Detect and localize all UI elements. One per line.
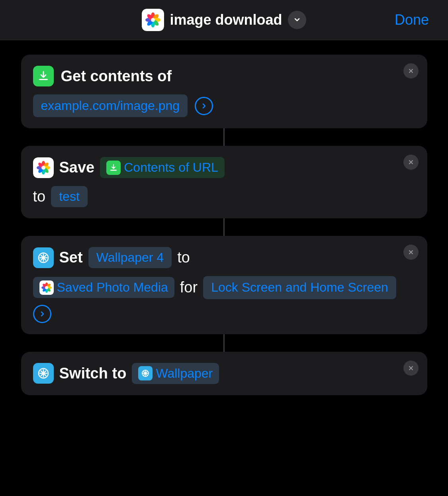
- download-action-icon: [33, 66, 54, 86]
- save-label: Save: [59, 159, 95, 176]
- lock-screen-text: Lock Screen and Home Screen: [211, 280, 388, 294]
- get-contents-card: Get contents of example.com/image.png: [21, 55, 427, 128]
- url-expand-button[interactable]: [195, 97, 213, 115]
- svg-point-23: [42, 257, 45, 259]
- card3-close-button[interactable]: [403, 245, 419, 260]
- card1-row2: example.com/image.png: [33, 94, 415, 117]
- card1-close-button[interactable]: [403, 63, 419, 78]
- svg-point-20: [41, 166, 45, 170]
- wallpaper-number-pill[interactable]: Wallpaper 4: [88, 247, 172, 268]
- photos-save-icon: [33, 157, 54, 178]
- svg-point-35: [42, 372, 45, 374]
- set-wallpaper-card: Set Wallpaper 4 to: [21, 236, 427, 334]
- photos-app-icon: [142, 9, 164, 31]
- dropdown-button[interactable]: [288, 11, 306, 29]
- inline-download-icon: [106, 161, 121, 175]
- switch-label: Switch to: [59, 365, 127, 382]
- header-center: image download: [142, 9, 306, 31]
- wallpaper-expand-button[interactable]: [33, 305, 51, 323]
- switch-wallpaper-card: Switch to Wallpaper: [21, 352, 427, 395]
- header: image download Done: [0, 0, 448, 40]
- card4-close-button[interactable]: [403, 361, 419, 376]
- card1-row1: Get contents of: [33, 66, 415, 86]
- saved-photo-text: Saved Photo Media: [57, 280, 168, 295]
- connector-3: [223, 334, 225, 352]
- url-pill[interactable]: example.com/image.png: [33, 94, 188, 117]
- lock-screen-pill[interactable]: Lock Screen and Home Screen: [203, 276, 396, 299]
- wallpaper-pill[interactable]: Wallpaper: [132, 363, 219, 384]
- contents-pill-text: Contents of URL: [124, 160, 218, 175]
- inline-wallpaper-icon: [138, 366, 153, 380]
- svg-point-33: [45, 286, 48, 289]
- header-title: image download: [170, 12, 282, 28]
- connector-1: [223, 128, 225, 146]
- card4-row: Switch to Wallpaper: [33, 363, 415, 384]
- card2-close-button[interactable]: [403, 155, 419, 170]
- contents-pill[interactable]: Contents of URL: [100, 157, 225, 178]
- to-label-2: to: [177, 249, 190, 266]
- main-content: Get contents of example.com/image.png: [0, 40, 448, 410]
- svg-rect-21: [110, 170, 117, 171]
- connector-2: [223, 218, 225, 236]
- set-label: Set: [59, 249, 83, 266]
- svg-point-9: [151, 18, 155, 22]
- for-label: for: [180, 279, 198, 296]
- card2-row2: to test: [33, 186, 415, 207]
- to-label: to: [33, 188, 46, 205]
- svg-point-37: [145, 372, 147, 374]
- card2-row1: Save Contents of URL: [33, 157, 415, 178]
- wallpaper-pill-text: Wallpaper: [156, 366, 213, 381]
- get-contents-title: Get contents of: [61, 68, 172, 85]
- switch-wallpaper-icon: [33, 363, 54, 384]
- done-button[interactable]: Done: [395, 12, 429, 28]
- saved-photo-pill[interactable]: Saved Photo Media: [33, 277, 174, 298]
- card3-row2: Saved Photo Media for Lock Screen and Ho…: [33, 276, 415, 323]
- wallpaper-action-icon: [33, 247, 54, 268]
- album-pill[interactable]: test: [51, 186, 88, 207]
- save-card: Save Contents of URL to test: [21, 146, 427, 218]
- card3-row1: Set Wallpaper 4 to: [33, 247, 415, 268]
- inline-photos-icon: [39, 280, 54, 295]
- svg-rect-10: [39, 79, 48, 80]
